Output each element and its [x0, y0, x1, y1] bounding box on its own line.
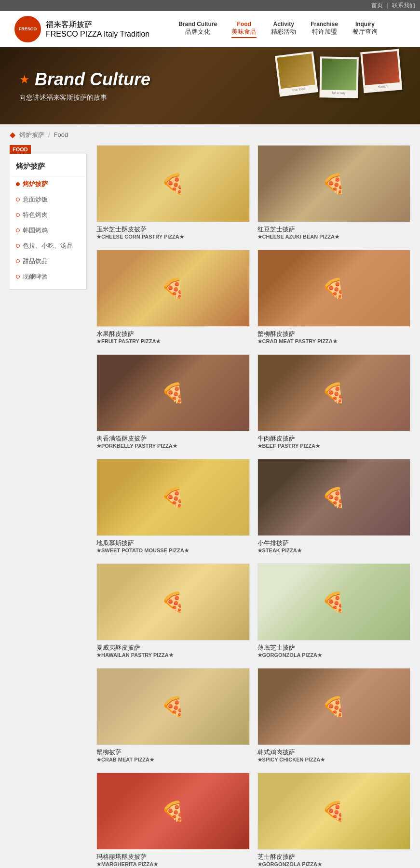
sidebar: FOOD 烤炉披萨 烤炉披萨 意面炒饭 特色烤肉 [10, 145, 87, 868]
nav-inquiry[interactable]: Inquiry 餐厅查询 [352, 21, 378, 38]
nav-brand-culture[interactable]: Brand Culture 品牌文化 [178, 21, 217, 38]
sidebar-dot-5 [16, 244, 20, 248]
pizza-img-10: 🍕 [257, 563, 411, 641]
top-bar: 首页 ｜ 联系我们 [0, 0, 420, 11]
sidebar-label-1: 烤炉披萨 [23, 180, 48, 188]
nav-inquiry-en: Inquiry [352, 21, 378, 27]
pizza-img-2: 🍕 [257, 145, 411, 222]
sidebar-dot-2 [16, 198, 20, 201]
nav-food[interactable]: Food 美味食品 [231, 21, 257, 38]
pizza-row-1: 🍕 玉米芝士酥皮披萨 ★CHEESE CORN PASTRY PIZZA★ 🍕 … [96, 145, 410, 240]
pizza-img-12: 🍕 [257, 668, 411, 745]
pizza-name-en-6: ★BEEF PASTRY PIZZA★ [257, 443, 411, 449]
pizza-img-5: 🍕 [96, 354, 250, 431]
pizza-name-cn-12: 韩式鸡肉披萨 [257, 748, 411, 757]
sidebar-dot-7 [16, 275, 20, 279]
pizza-name-en-2: ★CHEESE AZUKI BEAN PIZZA★ [257, 234, 411, 240]
banner-title: Brand Culture [35, 69, 150, 90]
pizza-item-3[interactable]: 🍕 水果酥皮披萨 ★FRUIT PASTRY PIZZA★ [96, 250, 250, 345]
nav-food-cn: 美味食品 [231, 27, 257, 36]
sidebar-tag: FOOD [10, 145, 31, 154]
sidebar-label-2: 意面炒饭 [23, 195, 48, 204]
sidebar-label-5: 色拉、小吃、汤品 [23, 241, 73, 250]
pizza-item-9[interactable]: 🍕 夏威夷酥皮披萨 ★HAWAILAN PASTRY PIZZA★ [96, 563, 250, 658]
main-layout: FOOD 烤炉披萨 烤炉披萨 意面炒饭 特色烤肉 [10, 145, 410, 868]
pizza-name-en-4: ★CRAB MEAT PASTRY PIZZA★ [257, 338, 411, 345]
sidebar-item-roast-pizza[interactable]: 烤炉披萨 [10, 176, 86, 192]
sidebar-item-beer[interactable]: 现酿啤酒 [10, 269, 86, 284]
nav-brand-culture-en: Brand Culture [178, 21, 217, 27]
main-nav: Brand Culture 品牌文化 Food 美味食品 Activity 精彩… [178, 21, 378, 38]
pizza-name-en-11: ★CRAB MEAT PIZZA★ [96, 757, 250, 763]
pizza-name-cn-13: 玛格丽塔酥皮披萨 [96, 853, 250, 861]
pizza-name-cn-8: 小牛排披萨 [257, 539, 411, 548]
pizza-item-14[interactable]: 🍕 芝士酥皮披萨 ★GORGONZOLA PIZZA★ [257, 773, 411, 868]
banner-photos: love food for a way sketch [276, 50, 401, 100]
pizza-item-13[interactable]: 🍕 玛格丽塔酥皮披萨 ★MARGHERITA PIZZA★ [96, 773, 250, 868]
pizza-img-11: 🍕 [96, 668, 250, 745]
pizza-img-7: 🍕 [96, 459, 250, 536]
pizza-item-8[interactable]: 🍕 小牛排披萨 ★STEAK PIZZA★ [257, 459, 411, 554]
pizza-img-4: 🍕 [257, 250, 411, 327]
pizza-item-7[interactable]: 🍕 地瓜慕斯披萨 ★SWEET POTATO MOUSSE PIZZA★ [96, 459, 250, 554]
pizza-row-7: 🍕 玛格丽塔酥皮披萨 ★MARGHERITA PIZZA★ 🍕 芝士酥皮披萨 ★… [96, 773, 410, 868]
pizza-grid: 🍕 玉米芝士酥皮披萨 ★CHEESE CORN PASTRY PIZZA★ 🍕 … [96, 145, 410, 868]
pizza-name-en-12: ★SPICY CHICKEN PIZZA★ [257, 757, 411, 763]
banner: ★ Brand Culture 向您讲述福来客斯披萨的故事 love food … [0, 47, 420, 124]
logo-cn: 福来客斯披萨 [46, 20, 149, 30]
pizza-item-6[interactable]: 🍕 牛肉酥皮披萨 ★BEEF PASTRY PIZZA★ [257, 354, 411, 449]
sidebar-item-dessert[interactable]: 甜品饮品 [10, 254, 86, 269]
pizza-item-2[interactable]: 🍕 红豆芝士披萨 ★CHEESE AZUKI BEAN PIZZA★ [257, 145, 411, 240]
banner-photo-2: for a way [319, 56, 358, 98]
sidebar-item-salad[interactable]: 色拉、小吃、汤品 [10, 238, 86, 254]
pizza-item-11[interactable]: 🍕 蟹柳披萨 ★CRAB MEAT PIZZA★ [96, 668, 250, 763]
pizza-img-1: 🍕 [96, 145, 250, 222]
sidebar-label-4: 韩国烤鸡 [23, 226, 48, 235]
sidebar-item-pasta[interactable]: 意面炒饭 [10, 192, 86, 207]
banner-photo-3: sketch [360, 49, 402, 93]
sidebar-dot-1 [16, 182, 20, 186]
sidebar-menu: 烤炉披萨 意面炒饭 特色烤肉 韩国烤鸡 [10, 176, 86, 284]
pizza-row-3: 🍕 肉香满溢酥皮披萨 ★PORKBELLY PASTRY PIZZA★ 🍕 牛肉… [96, 354, 410, 449]
header: FRESCO 福来客斯披萨 FRESCO PIZZA Italy Traditi… [0, 11, 420, 47]
breadcrumb: ◆ 烤炉披萨 / Food [10, 124, 410, 145]
sidebar-item-korean[interactable]: 韩国烤鸡 [10, 223, 86, 238]
sidebar-title: 烤炉披萨 [10, 159, 86, 176]
pizza-name-cn-3: 水果酥皮披萨 [96, 330, 250, 338]
home-link[interactable]: 首页 [371, 2, 383, 9]
pizza-name-en-14: ★GORGONZOLA PIZZA★ [257, 861, 411, 868]
pizza-name-cn-1: 玉米芝士酥皮披萨 [96, 225, 250, 234]
nav-brand-culture-cn: 品牌文化 [178, 27, 217, 36]
pizza-item-12[interactable]: 🍕 韩式鸡肉披萨 ★SPICY CHICKEN PIZZA★ [257, 668, 411, 763]
pizza-name-cn-5: 肉香满溢酥皮披萨 [96, 434, 250, 443]
pizza-name-cn-11: 蟹柳披萨 [96, 748, 250, 757]
pizza-img-8: 🍕 [257, 459, 411, 536]
sidebar-dot-6 [16, 259, 20, 263]
banner-photo-img-1 [277, 53, 315, 89]
pizza-item-1[interactable]: 🍕 玉米芝士酥皮披萨 ★CHEESE CORN PASTRY PIZZA★ [96, 145, 250, 240]
sidebar-box: 烤炉披萨 烤炉披萨 意面炒饭 特色烤肉 [10, 154, 87, 290]
pizza-name-en-3: ★FRUIT PASTRY PIZZA★ [96, 338, 250, 345]
pizza-name-en-5: ★PORKBELLY PASTRY PIZZA★ [96, 443, 250, 449]
pizza-row-5: 🍕 夏威夷酥皮披萨 ★HAWAILAN PASTRY PIZZA★ 🍕 薄底芝士… [96, 563, 410, 658]
nav-activity[interactable]: Activity 精彩活动 [271, 21, 296, 38]
breadcrumb-current: 烤炉披萨 [19, 131, 44, 139]
pizza-name-en-10: ★GORGONZOLA PIZZA★ [257, 652, 411, 658]
sidebar-label-6: 甜品饮品 [23, 257, 48, 266]
contact-link[interactable]: 联系我们 [392, 2, 415, 9]
pizza-item-4[interactable]: 🍕 蟹柳酥皮披萨 ★CRAB MEAT PASTRY PIZZA★ [257, 250, 411, 345]
nav-franchise-cn: 特许加盟 [311, 27, 338, 36]
nav-franchise-en: Franchise [311, 21, 338, 27]
pizza-item-5[interactable]: 🍕 肉香满溢酥皮披萨 ★PORKBELLY PASTRY PIZZA★ [96, 354, 250, 449]
pizza-name-en-1: ★CHEESE CORN PASTRY PIZZA★ [96, 234, 250, 240]
nav-activity-cn: 精彩活动 [271, 27, 296, 36]
pizza-item-10[interactable]: 🍕 薄底芝士披萨 ★GORGONZOLA PIZZA★ [257, 563, 411, 658]
pizza-img-3: 🍕 [96, 250, 250, 327]
nav-franchise[interactable]: Franchise 特许加盟 [311, 21, 338, 38]
pizza-row-4: 🍕 地瓜慕斯披萨 ★SWEET POTATO MOUSSE PIZZA★ 🍕 小… [96, 459, 410, 554]
banner-photo-img-3 [363, 51, 400, 85]
pizza-img-14: 🍕 [257, 773, 411, 850]
sidebar-item-bbq[interactable]: 特色烤肉 [10, 207, 86, 223]
content-area: ◆ 烤炉披萨 / Food FOOD 烤炉披萨 烤炉披萨 意面炒饭 [0, 124, 420, 868]
pizza-name-en-13: ★MARGHERITA PIZZA★ [96, 861, 250, 868]
